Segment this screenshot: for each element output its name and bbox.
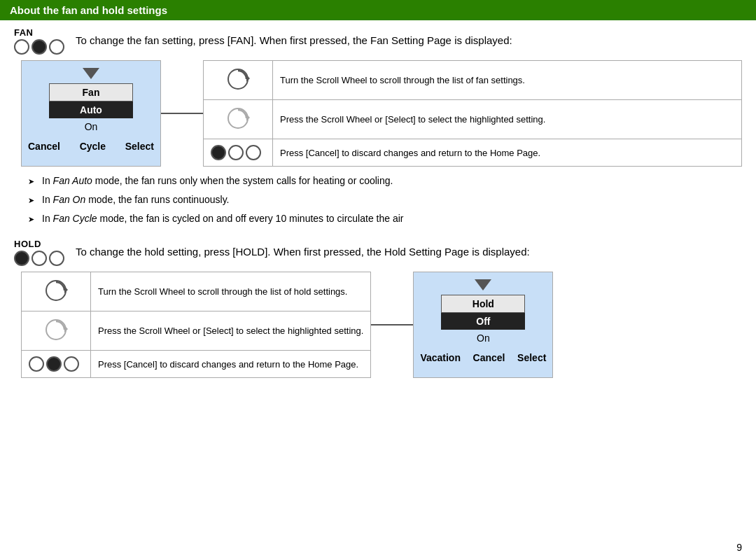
scroll-press-cell (204, 100, 273, 139)
fan-section: FAN To change the fan setting, press [FA… (14, 27, 742, 226)
fan-bullets: In Fan Auto mode, the fan runs only when… (14, 174, 742, 226)
hold-footer-select: Select (517, 352, 546, 363)
hold-diagram: Turn the Scroll Wheel to scroll through … (21, 272, 742, 378)
fan-menu-fan: Fan (49, 83, 133, 102)
table-row: Press the Scroll Wheel or [Select] to se… (204, 100, 742, 139)
fan-menu-auto: Auto (49, 102, 133, 118)
svg-point-2 (228, 108, 248, 128)
fan-label: FAN (14, 27, 34, 38)
hold-scroll-press-cell (22, 312, 91, 351)
cancel-btn-filled (211, 145, 226, 160)
hold-connector (371, 272, 413, 378)
svg-point-0 (228, 69, 248, 89)
hold-label: HOLD (14, 239, 41, 249)
hold-cancel-btn-filled (46, 356, 62, 372)
fan-footer-cancel: Cancel (28, 141, 60, 152)
hold-cancel-btn-empty1 (29, 356, 44, 372)
hold-scroll-rotate-icon (43, 278, 69, 303)
table-row: Press the Scroll Wheel or [Select] to se… (22, 312, 371, 351)
fan-menu-footer: Cancel Cycle Select (28, 141, 154, 152)
hold-cancel-btn-icons (29, 356, 79, 372)
scroll-press-icon (225, 106, 251, 131)
arrow-down-icon (83, 68, 99, 79)
table-row: Turn the Scroll Wheel to scroll through … (22, 272, 371, 312)
fan-instr-1-text: Turn the Scroll Wheel to scroll through … (273, 61, 742, 100)
fan-menu-box: Fan Auto On Cancel Cycle Select (21, 60, 161, 167)
connector-line (161, 113, 203, 114)
fan-bullet-2: In Fan On mode, the fan runs continuousl… (28, 192, 742, 207)
svg-point-6 (46, 320, 66, 340)
hold-instr-1-text: Turn the Scroll Wheel to scroll through … (91, 272, 371, 312)
fan-btn-2 (31, 39, 47, 55)
hold-btn-3 (49, 251, 64, 266)
fan-instr-3-text: Press [Cancel] to discard changes and re… (273, 139, 742, 167)
hold-instr-3-text: Press [Cancel] to discard changes and re… (91, 351, 371, 378)
fan-menu-on: On (49, 118, 133, 135)
hold-scroll-press-icon (43, 317, 69, 342)
hold-menu-off: Off (441, 313, 525, 330)
hold-section: HOLD To change the hold setting, press [… (14, 239, 742, 378)
cancel-btn-cell (204, 139, 273, 167)
table-row: Press [Cancel] to discard changes and re… (204, 139, 742, 167)
hold-instructions-table: Turn the Scroll Wheel to scroll through … (21, 272, 371, 378)
hold-footer-vacation: Vacation (420, 352, 461, 363)
hold-btn-2 (31, 251, 47, 266)
hold-instr-2-text: Press the Scroll Wheel or [Select] to se… (91, 312, 371, 351)
hold-menu-hold: Hold (441, 295, 525, 313)
fan-bullet-1: In Fan Auto mode, the fan runs only when… (28, 174, 742, 188)
hold-menu-on: On (441, 330, 525, 346)
cancel-btn-empty2 (246, 145, 261, 160)
fan-instr-2-text: Press the Scroll Wheel or [Select] to se… (273, 100, 742, 139)
header-title: About the fan and hold settings (10, 4, 167, 16)
connector (161, 60, 203, 167)
page-number: 9 (736, 542, 742, 553)
fan-footer-cycle: Cycle (80, 141, 106, 152)
header-bar: About the fan and hold settings (0, 0, 756, 20)
fan-btn-1 (14, 39, 29, 55)
table-row: Turn the Scroll Wheel to scroll through … (204, 61, 742, 100)
hold-menu-footer: Vacation Cancel Select (420, 352, 546, 363)
hold-description: To change the hold setting, press [HOLD]… (76, 244, 742, 260)
hold-cancel-btn-cell (22, 351, 91, 378)
cancel-btn-empty1 (228, 145, 244, 160)
fan-description: To change the fan setting, press [FAN]. … (76, 33, 742, 49)
fan-button-group (14, 39, 64, 55)
hold-scroll-rotate-cell (22, 272, 91, 312)
scroll-rotate-cell (204, 61, 273, 100)
fan-diagram: Fan Auto On Cancel Cycle Select (21, 60, 742, 167)
hold-btn-1 (14, 251, 29, 266)
hold-footer-cancel: Cancel (473, 352, 505, 363)
hold-menu-items: Hold Off On (441, 295, 525, 346)
fan-instructions-table: Turn the Scroll Wheel to scroll through … (203, 60, 742, 167)
svg-point-4 (46, 281, 66, 300)
scroll-rotate-icon (225, 66, 251, 92)
cancel-btn-icons (211, 145, 261, 160)
hold-connector-line (371, 324, 413, 326)
hold-cancel-btn-empty2 (64, 356, 79, 372)
fan-menu-items: Fan Auto On (49, 83, 133, 135)
fan-bullet-3: In Fan Cycle mode, the fan is cycled on … (28, 211, 742, 226)
fan-footer-select: Select (125, 141, 154, 152)
hold-menu-box: Hold Off On Vacation Cancel Select (413, 272, 553, 378)
hold-button-group (14, 251, 64, 266)
fan-btn-3 (49, 39, 64, 55)
table-row: Press [Cancel] to discard changes and re… (22, 351, 371, 378)
hold-arrow-down-icon (475, 279, 491, 290)
